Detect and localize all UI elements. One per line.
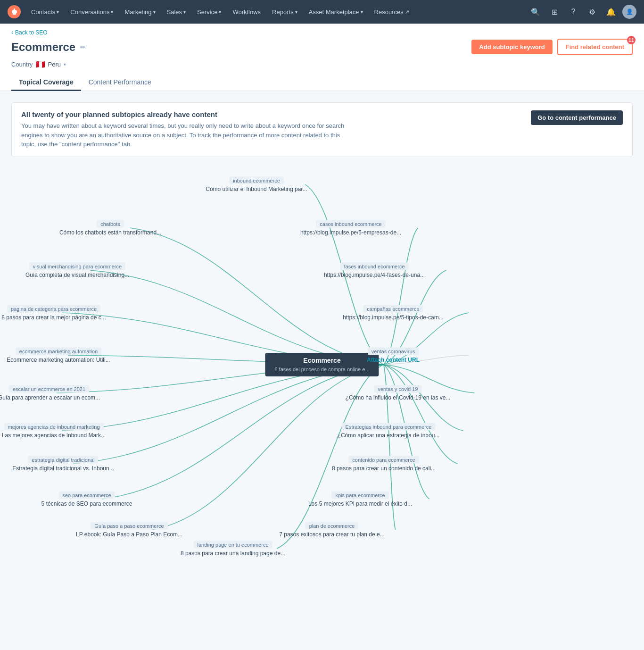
node-content: 8 pasos para crear la mejor página de c.… [1,314,106,320]
topic-node-n12[interactable]: mejores agencias de inbound marketingLas… [2,423,106,438]
nav-resources[interactable]: Resources ↗ [370,6,414,18]
nav-conversations[interactable]: Conversations ▾ [66,6,118,18]
alert-description: You may have written about a keyword sev… [21,121,351,149]
node-content: Las mejores agencias de Inbound Mark... [2,432,106,438]
node-content: ¿Cómo ha influido el Covid-19 en las ve.… [346,394,451,400]
node-content: 7 pasos exitosos para crear tu plan de e… [279,531,384,537]
topic-node-n5[interactable]: fases inbound ecommercehttps://blog.impu… [324,262,425,278]
service-chevron-icon: ▾ [219,9,221,15]
topic-node-n18[interactable]: Guía paso a paso ecommerceLP ebook: Guía… [76,522,182,537]
contacts-chevron-icon: ▾ [57,9,59,15]
edit-icon[interactable]: ✏ [80,43,86,51]
topic-node-n9[interactable]: ventas coronavirusAttach content URL [367,347,420,363]
nav-workflows[interactable]: Workflows [228,6,265,18]
node-label: seo para ecommerce [58,491,115,499]
node-label: inbound ecommerce [229,176,284,184]
topic-node-n15[interactable]: contenido para ecommerce8 pasos para cre… [332,456,436,471]
nav-sales[interactable]: Sales ▾ [162,6,191,18]
node-label: ventas y covid 19 [374,385,422,392]
go-to-content-performance-button[interactable]: Go to content performance [531,110,623,125]
alert-text: All twenty of your planned subtopics alr… [21,110,351,149]
title-left: Ecommerce ✏ [11,41,86,54]
node-label: campañas ecommerce [363,305,423,312]
topic-node-n19[interactable]: plan de ecommerce7 pasos exitosos para c… [279,522,384,537]
node-label: plan de ecommerce [305,522,359,529]
topic-node-n13[interactable]: Estrategias inbound para ecommerce¿Cómo … [338,423,440,438]
reports-chevron-icon: ▾ [295,9,297,15]
sales-chevron-icon: ▾ [183,9,186,15]
node-content: Attach content URL [367,356,420,363]
topic-node-n7[interactable]: campañas ecommercehttps://blog.impulse.p… [343,305,443,320]
topic-node-n10[interactable]: escalar un ecommerce en 2021Guía para ap… [0,385,100,400]
nav-contacts[interactable]: Contacts ▾ [26,6,64,18]
node-content: 5 técnicas de SEO para ecommerce [41,500,132,507]
help-icon[interactable]: ? [566,4,581,19]
main-content: All twenty of your planned subtopics alr… [0,91,644,569]
center-label: Ecommerce [274,357,369,364]
node-content: https://blog.impulse.pe/5-empresas-de... [300,229,401,235]
topic-node-n16[interactable]: seo para ecommerce5 técnicas de SEO para… [41,491,132,507]
topic-node-n11[interactable]: ventas y covid 19¿Cómo ha influido el Co… [346,385,451,400]
node-label: contenido para ecommerce [348,456,419,463]
topic-node-n8[interactable]: ecommerce marketing automationEcommerce … [7,347,110,363]
apps-icon[interactable]: ⊞ [547,4,562,19]
alert-title: All twenty of your planned subtopics alr… [21,110,351,118]
topic-node-n17[interactable]: kpis para ecommerceLos 5 mejores KPI par… [308,491,412,507]
node-label: mejores agencias de inbound marketing [4,423,103,430]
alert-banner: All twenty of your planned subtopics alr… [11,102,633,157]
nav-icon-group: 🔍 ⊞ ? ⚙ 🔔 👤 [528,4,636,19]
nav-service[interactable]: Service ▾ [192,6,226,18]
topic-node-n14[interactable]: estrategia digital tradicionalEstrategia… [12,456,114,471]
center-node[interactable]: Ecommerce 8 fases del proceso de compra … [265,353,379,376]
node-content: Ecommerce marketing automation: Utili... [7,356,110,363]
country-dropdown-icon[interactable]: ▾ [64,62,66,67]
node-content: Guía completa de visual merchandising... [25,271,129,278]
node-content: Cómo utilizar el Inbound Marketing par..… [206,185,307,192]
country-name: Peru [48,61,61,68]
node-label: estrategia digital tradicional [28,456,98,463]
node-label: chatbots [97,220,124,227]
back-to-seo-link[interactable]: ‹ Back to SEO [11,29,633,36]
notification-badge: 11 [627,36,636,44]
tab-topical-coverage[interactable]: Topical Coverage [11,75,81,91]
topic-node-n2[interactable]: chatbotsCómo los chatbots están transfor… [59,220,161,235]
node-content: 8 pasos para crear una landing page de..… [181,550,285,556]
node-label: landing page en tu ecommerce [193,541,272,548]
node-label: pagina de categoria para ecommerce [7,305,100,312]
node-label: Estrategias inbound para ecommerce [342,423,436,430]
user-avatar[interactable]: 👤 [622,5,636,19]
node-content: ¿Cómo aplicar una estrategia de inbou... [338,432,440,438]
node-content: Cómo los chatbots están transformand... [59,229,161,235]
node-content: https://blog.impulse.pe/5-tipos-de-cam..… [343,314,443,320]
navigation: Contacts ▾ Conversations ▾ Marketing ▾ S… [0,0,644,24]
tab-content-performance[interactable]: Content Performance [81,75,159,91]
notifications-icon[interactable]: 🔔 [603,4,619,19]
node-label: ventas coronavirus [368,347,419,355]
nav-marketing[interactable]: Marketing ▾ [120,6,160,18]
find-related-content-button[interactable]: Find related content 11 [557,39,633,55]
asset-marketplace-chevron-icon: ▾ [361,9,363,15]
settings-icon[interactable]: ⚙ [585,4,600,19]
nav-reports[interactable]: Reports ▾ [267,6,302,18]
node-content: Estrategia digital tradicional vs. Inbou… [12,465,114,471]
search-icon[interactable]: 🔍 [528,4,543,19]
node-content: https://blog.impulse.pe/4-fases-de-una..… [324,271,425,278]
topic-node-n3[interactable]: casos inbound ecommercehttps://blog.impu… [300,220,401,235]
nav-asset-marketplace[interactable]: Asset Marketplace ▾ [304,6,368,18]
add-subtopic-button[interactable]: Add subtopic keyword [471,40,552,54]
hubspot-logo[interactable] [8,5,21,18]
node-label: Guía paso a paso ecommerce [91,522,167,529]
mindmap: Ecommerce 8 fases del proceso de compra … [11,171,633,558]
header-actions: Add subtopic keyword Find related conten… [471,39,633,55]
topic-node-n1[interactable]: inbound ecommerceCómo utilizar el Inboun… [206,176,307,192]
topic-node-n4[interactable]: visual merchandising para ecommerceGuía … [25,262,129,278]
node-label: casos inbound ecommerce [316,220,385,227]
topic-node-n6[interactable]: pagina de categoria para ecommerce8 paso… [1,305,106,320]
marketing-chevron-icon: ▾ [153,9,156,15]
conversations-chevron-icon: ▾ [111,9,113,15]
topic-node-n20[interactable]: landing page en tu ecommerce8 pasos para… [181,541,285,556]
node-label: kpis para ecommerce [331,491,388,499]
country-row: Country 🇵🇪 Peru ▾ [11,60,633,69]
node-label: visual merchandising para ecommerce [29,262,125,270]
page-title: Ecommerce [11,41,75,54]
